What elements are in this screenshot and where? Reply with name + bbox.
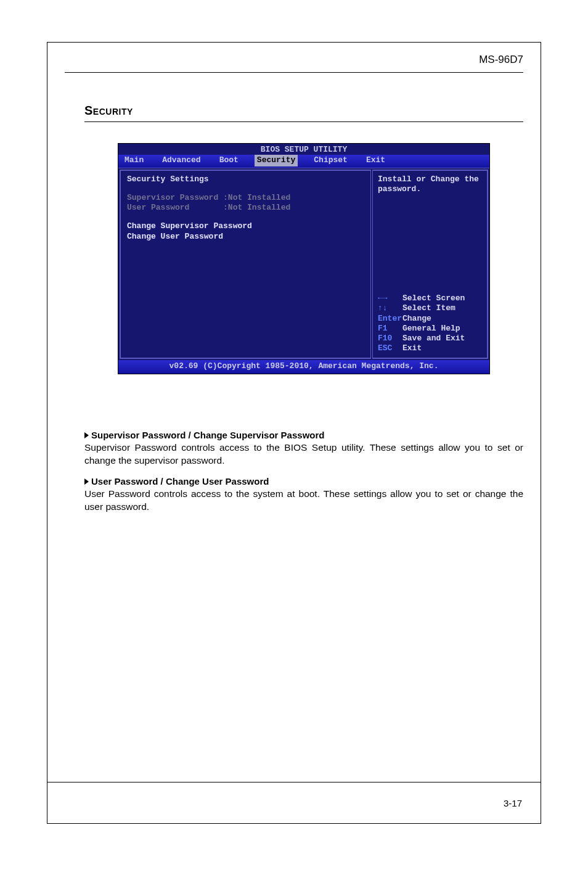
bios-key-desc: Select Screen <box>402 294 465 303</box>
page-number: 3-17 <box>504 798 522 808</box>
bios-key-legend: ←→Select Screen ↑↓Select Item EnterChang… <box>378 294 482 354</box>
bios-tab-security[interactable]: Security <box>255 155 298 166</box>
footer-rule <box>47 782 541 782</box>
bios-left-pane: Security Settings Supervisor Password :N… <box>120 170 371 359</box>
bios-tab-advanced[interactable]: Advanced <box>160 155 203 166</box>
model-number: MS-96D7 <box>65 54 523 73</box>
bios-tab-chipset[interactable]: Chipset <box>311 155 350 166</box>
bios-key-desc: Select Item <box>402 303 455 313</box>
triangle-icon <box>84 478 89 485</box>
bios-key: F10 <box>378 334 402 343</box>
triangle-icon <box>84 432 89 438</box>
bios-key-desc: Change <box>402 314 431 323</box>
description-block: Supervisor Password / Change Supervisor … <box>47 430 541 514</box>
bios-tab-bar: Main Advanced Boot Security Chipset Exit <box>118 155 489 167</box>
page-frame: MS-96D7 Security BIOS SETUP UTILITY Main… <box>47 42 541 824</box>
bios-action-change-supervisor[interactable]: Change Supervisor Password <box>127 221 364 231</box>
bios-key: ESC <box>378 343 402 353</box>
bios-row-value: :Not Installed <box>223 193 290 202</box>
bios-tab-boot[interactable]: Boot <box>217 155 241 166</box>
bios-right-pane: Install or Change the password. ←→Select… <box>372 170 488 359</box>
bios-key: ↑↓ <box>378 303 402 313</box>
bios-key: ←→ <box>378 294 402 303</box>
bios-title: BIOS SETUP UTILITY <box>118 144 489 155</box>
bios-tab-exit[interactable]: Exit <box>364 155 388 166</box>
bios-key: F1 <box>378 324 402 334</box>
bios-settings-heading: Security Settings <box>127 175 364 184</box>
bios-body: Security Settings Supervisor Password :N… <box>118 168 489 360</box>
bios-key-row: ESCExit <box>378 343 482 353</box>
bios-row-label: Supervisor Password <box>127 193 218 202</box>
bios-tab-main[interactable]: Main <box>122 155 146 166</box>
bios-footer: v02.69 (C)Copyright 1985-2010, American … <box>118 360 489 374</box>
content-area: Security BIOS SETUP UTILITY Main Advance… <box>47 79 541 374</box>
bios-key: Enter <box>378 314 402 324</box>
bios-action-change-user[interactable]: Change User Password <box>127 232 364 242</box>
bios-row-label: User Password <box>127 203 189 212</box>
bios-key-row: F1General Help <box>378 324 482 334</box>
desc-heading-user: User Password / Change User Password <box>84 476 523 487</box>
bios-screenshot: BIOS SETUP UTILITY Main Advanced Boot Se… <box>118 143 490 374</box>
desc-title: User Password / Change User Password <box>91 476 269 487</box>
bios-key-desc: General Help <box>402 324 460 333</box>
bios-key-row: EnterChange <box>378 314 482 324</box>
bios-key-desc: Save and Exit <box>402 334 465 343</box>
bios-row-user: User Password :Not Installed <box>127 203 364 213</box>
bios-key-desc: Exit <box>402 343 422 353</box>
bios-help-text: Install or Change the password. <box>378 175 482 195</box>
section-title: Security <box>84 104 523 122</box>
desc-title: Supervisor Password / Change Supervisor … <box>91 430 324 440</box>
desc-text-supervisor: Supervisor Password controls access to t… <box>84 442 523 467</box>
bios-row-supervisor: Supervisor Password :Not Installed <box>127 193 364 203</box>
bios-key-row: ←→Select Screen <box>378 294 482 303</box>
page-header: MS-96D7 <box>47 43 541 79</box>
bios-row-value: :Not Installed <box>223 203 290 212</box>
desc-text-user: User Password controls access to the sys… <box>84 488 523 514</box>
bios-key-row: F10Save and Exit <box>378 334 482 343</box>
desc-heading-supervisor: Supervisor Password / Change Supervisor … <box>84 430 523 440</box>
bios-key-row: ↑↓Select Item <box>378 303 482 313</box>
